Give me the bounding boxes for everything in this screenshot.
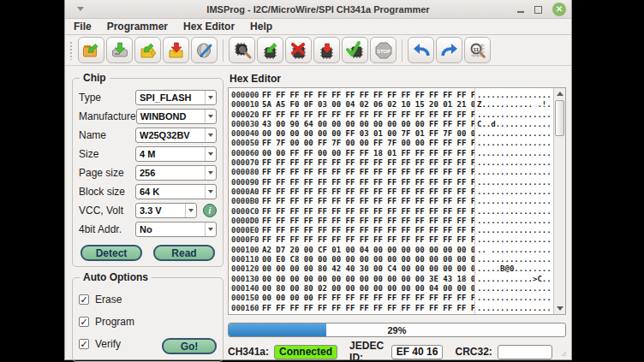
redo-button[interactable] <box>436 37 462 63</box>
ascii-row[interactable]: ................ <box>477 129 553 139</box>
scroll-up-icon[interactable] <box>554 88 566 99</box>
ascii-row[interactable]: ................ <box>477 158 553 168</box>
name-select[interactable]: W25Q32BV <box>135 128 217 143</box>
detect-chip-icon <box>232 40 253 61</box>
ascii-row[interactable]: ................ <box>477 178 553 187</box>
go-button[interactable]: Go! <box>162 338 217 354</box>
ascii-row[interactable]: ................ <box>477 197 553 206</box>
maximize-button[interactable] <box>534 6 542 14</box>
hex-row[interactable]: 0000105A A5 F0 0F 03 00 04 02 06 02 10 1… <box>231 100 474 110</box>
menu-hex-editor[interactable]: Hex Editor <box>183 21 235 33</box>
hex-row[interactable]: 000080FF FF FF FF FF FF FF FF FF FF FF F… <box>231 168 474 177</box>
ascii-row[interactable]: C..d............ <box>477 120 553 129</box>
hex-row[interactable]: 00012000 00 00 00 80 42 40 30 00 C4 00 0… <box>231 264 474 274</box>
hex-row[interactable]: 0000E0FF FF FF FF FF FF FF FF FF FF FF F… <box>231 226 474 235</box>
hex-row[interactable]: 00014000 80 00 80 02 00 00 00 00 00 00 0… <box>231 284 474 294</box>
scrollbar-thumb[interactable] <box>555 100 564 136</box>
page-size-select[interactable]: 256 <box>135 165 217 181</box>
hex-row[interactable]: 000000FF FF FF FF FF FF FF FF FF FF FF F… <box>231 91 474 100</box>
ascii-row[interactable]: ................ <box>477 187 553 197</box>
undo-button[interactable] <box>408 37 434 63</box>
ascii-row[interactable]: ................ <box>477 168 553 177</box>
ascii-row[interactable]: ............>C.. <box>477 275 553 284</box>
vcc-info-icon[interactable]: i <box>203 204 217 217</box>
field-row-vcc: VCC, Volt 3.3 V i <box>79 202 217 219</box>
detect-button[interactable]: Detect <box>80 245 142 261</box>
crc32-field[interactable] <box>498 345 552 359</box>
vcc-select[interactable]: 3.3 V <box>135 203 197 218</box>
ascii-row[interactable]: ................ <box>477 110 553 120</box>
edit-buffer-button[interactable] <box>191 37 218 63</box>
detect-chip-button[interactable] <box>229 37 255 63</box>
hex-rows[interactable]: 000000FF FF FF FF FF FF FF FF FF FF FF F… <box>229 88 474 314</box>
hex-row[interactable]: 000160FF FF FF FF FF FF FF FF FF FF FF F… <box>231 304 474 313</box>
erase-chip-button[interactable] <box>285 37 312 63</box>
hex-row[interactable]: 0000A0FF FF FF FF FF FF FF FF FF FF FF F… <box>231 187 474 197</box>
hex-row[interactable]: 000050FF 7F 00 00 FF 7F 00 00 FF 7F 00 0… <box>231 139 474 148</box>
close-button[interactable]: ✕ <box>552 3 566 16</box>
ascii-row[interactable]: ................ <box>477 207 553 217</box>
ascii-row[interactable]: ................ <box>477 139 553 148</box>
menu-file[interactable]: File <box>74 21 92 33</box>
verify-chip-button[interactable] <box>342 37 368 63</box>
ascii-row[interactable]: ................ <box>477 304 553 313</box>
open-file-button[interactable] <box>78 37 104 63</box>
hex-scrollbar[interactable] <box>553 88 565 314</box>
write-chip-button[interactable] <box>313 37 340 63</box>
resize-grip-icon[interactable] <box>561 348 566 356</box>
open-part-button[interactable] <box>134 37 161 63</box>
ascii-row[interactable]: ................ <box>477 217 553 226</box>
program-checkbox[interactable]: ✓ <box>79 317 89 327</box>
ascii-row[interactable]: Z........... .!. <box>477 100 553 110</box>
stop-button[interactable]: STOP <box>370 37 397 63</box>
hex-row[interactable]: 00015000 00 00 00 FF FF FF FF FF FF FF F… <box>231 294 474 303</box>
title-bar[interactable]: IMSProg - I2C/MicroWire/SPI CH341a Progr… <box>65 0 571 19</box>
type-value: SPI_FLASH <box>140 92 192 103</box>
scrollbar-track[interactable] <box>554 99 566 303</box>
hex-row[interactable]: 0000C0FF FF FF FF FF FF FF FF FF FF FF F… <box>231 207 474 217</box>
hex-row[interactable]: 000100A2 D7 20 00 CF 01 00 04 00 00 00 0… <box>231 246 474 255</box>
hex-row[interactable]: 000090FF FF FF FF FF FF FF FF FF FF FF F… <box>231 178 474 187</box>
menu-help[interactable]: Help <box>250 21 272 33</box>
manufacture-select[interactable]: WINBOND <box>136 109 217 124</box>
ascii-row[interactable]: ................ <box>477 235 553 245</box>
chevron-down-icon <box>205 128 216 142</box>
scroll-down-icon[interactable] <box>554 303 566 314</box>
hex-row[interactable]: 00011000 E0 C8 00 00 00 00 00 00 00 00 0… <box>231 255 474 264</box>
ascii-row[interactable]: ................ <box>477 294 553 303</box>
hex-row[interactable]: 00004000 00 00 00 00 00 FF 03 01 00 7F 0… <box>231 129 474 139</box>
addr4bit-select[interactable]: No <box>135 222 217 237</box>
hex-row[interactable]: 00013000 00 00 00 00 00 00 00 00 00 00 0… <box>231 275 474 284</box>
hex-row[interactable]: 000020FF FF FF FF FF FF FF FF FF FF FF F… <box>231 110 474 120</box>
hex-row[interactable]: 000070FF FF FF FF FF FF FF FF FF FF FF F… <box>231 158 474 168</box>
read-chip-button[interactable] <box>257 37 283 63</box>
ascii-row[interactable]: .. ............. <box>477 246 553 255</box>
hex-row[interactable]: 0000F0FF FF FF FF FF FF FF FF FF FF FF F… <box>231 235 474 245</box>
toolbar-separator <box>402 39 402 62</box>
window-menu-caret-icon[interactable] <box>77 7 84 11</box>
ascii-row[interactable]: ................ <box>477 284 553 294</box>
hex-row[interactable]: 00006000 00 FF FF 00 00 FF FF 18 01 FF F… <box>231 149 474 158</box>
ascii-row[interactable]: ................ <box>477 91 553 100</box>
ascii-rows[interactable]: ................Z........... .!.........… <box>474 88 553 314</box>
hex-row[interactable]: 00003043 00 90 64 00 00 00 00 00 00 00 0… <box>231 120 474 129</box>
save-file-button[interactable] <box>106 37 133 63</box>
save-part-button[interactable] <box>163 37 189 63</box>
hex-row[interactable]: 0000D0FF FF FF FF FF FF FF FF FF FF FF F… <box>231 217 474 226</box>
ascii-row[interactable]: .....B@0........ <box>477 264 553 274</box>
ascii-row[interactable]: ................ <box>477 255 553 264</box>
erase-checkbox[interactable]: ✓ <box>79 294 89 305</box>
size-select[interactable]: 4 M <box>135 146 217 162</box>
find-hex-button[interactable]: 11 <box>464 37 491 63</box>
ascii-row[interactable]: ................ <box>477 149 553 158</box>
status-bar: CH341a: Connected JEDEC ID: EF 40 16 CRC… <box>228 343 566 360</box>
block-size-select[interactable]: 64 K <box>135 184 217 199</box>
ascii-row[interactable]: ................ <box>477 226 553 235</box>
read-button[interactable]: Read <box>153 245 215 261</box>
type-select[interactable]: SPI_FLASH <box>135 90 217 105</box>
menu-programmer[interactable]: Programmer <box>107 21 168 33</box>
jedec-id-field[interactable]: EF 40 16 <box>391 345 444 359</box>
toolbar-drag-handle[interactable] <box>69 41 74 60</box>
hex-row[interactable]: 0000B0FF FF FF FF FF FF FF FF FF FF FF F… <box>231 197 474 206</box>
minimize-button[interactable] <box>517 7 524 13</box>
